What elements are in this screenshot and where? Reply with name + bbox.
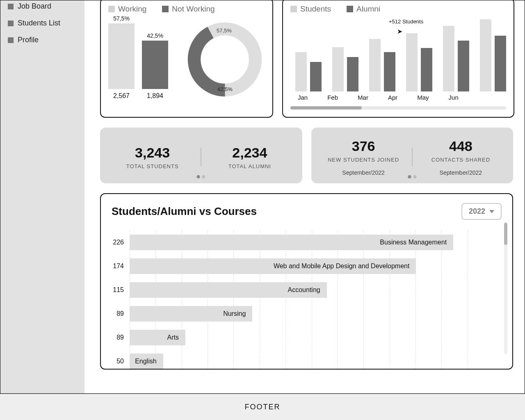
bar-pct: 57,5% <box>108 15 135 22</box>
stat-value: 448 <box>413 138 509 154</box>
sidebar-item-job-board[interactable]: Job Board <box>8 0 77 15</box>
stat-value: 376 <box>315 138 412 154</box>
cursor-icon: ➤ <box>397 27 402 35</box>
course-value: 89 <box>109 334 124 341</box>
sidebar-item-label: Job Board <box>18 2 51 11</box>
legend-label: Students <box>300 5 331 13</box>
bar-students <box>443 26 454 91</box>
courses-card: Students/Alumni vs Courses 2022 226 Busi… <box>100 193 513 370</box>
bar-value: 1,894 <box>142 92 168 100</box>
bar-students <box>295 52 307 91</box>
courses-chart: 226 Business Management174 Web and Mobil… <box>112 231 502 370</box>
working-legend: Working Not Working <box>108 5 265 14</box>
monthly-legend: Students Alumni <box>290 5 506 14</box>
month-label: Jan <box>298 94 308 101</box>
bar-pct: 42,5% <box>142 32 168 39</box>
legend-swatch-alumni <box>347 6 353 12</box>
monthly-scrollbar[interactable] <box>290 106 506 110</box>
stat-total-alumni: 2,234 TOTAL ALUMNI <box>201 145 298 169</box>
bar-students <box>332 47 344 91</box>
footer-text: FOOTER <box>245 403 281 411</box>
bar-alumni <box>421 48 432 91</box>
donut-pct-notworking: 42,5% <box>217 86 233 92</box>
square-icon <box>8 37 14 43</box>
bar-students <box>480 19 491 91</box>
course-bar: Web and Mobile App Design and Developmen… <box>130 258 416 274</box>
working-bars: 57,5% 2,56742,5% 1,894 <box>108 18 168 100</box>
chart-grid <box>130 231 493 370</box>
working-donut: 57,5% 42,5% <box>185 19 265 100</box>
bar-students <box>369 39 381 91</box>
dot[interactable] <box>408 175 411 178</box>
bar-value: 2,567 <box>108 92 135 100</box>
bar-alumni <box>495 36 506 91</box>
scrollbar-thumb[interactable] <box>290 106 362 110</box>
donut-pct-working: 57,5% <box>217 27 232 34</box>
stat-label: TOTAL STUDENTS <box>104 163 201 169</box>
legend-label: Not Working <box>172 5 215 13</box>
bar-alumni <box>347 57 358 91</box>
course-value: 226 <box>109 239 124 246</box>
course-bar: Accounting <box>130 282 327 298</box>
course-value: 50 <box>109 358 124 365</box>
main-content: Working Not Working 57,5% 2,56742,5% 1,8… <box>84 0 525 393</box>
month-pair <box>480 19 506 91</box>
working-bar: 57,5% 2,567 <box>108 15 135 100</box>
month-pair <box>295 52 322 91</box>
month-pair <box>406 33 432 91</box>
square-icon <box>8 21 14 26</box>
stat-date: September/2022 <box>315 169 412 176</box>
courses-title: Students/Alumni vs Courses <box>112 205 257 218</box>
sidebar-item-label: Students List <box>18 19 60 27</box>
month-label: Mar <box>358 94 368 101</box>
legend-swatch-notworking <box>162 6 169 12</box>
pager-dots[interactable] <box>408 175 416 178</box>
stats-card-monthly: 376 NEW STUDENTS JOINED September/2022 4… <box>311 128 514 183</box>
working-bar: 42,5% 1,894 <box>142 32 168 100</box>
month-pair <box>369 39 395 91</box>
dot[interactable] <box>413 175 416 178</box>
legend-swatch-students <box>290 6 297 12</box>
year-select[interactable]: 2022 <box>461 203 502 220</box>
courses-scrollbar[interactable] <box>504 223 507 354</box>
month-label: May <box>417 94 429 101</box>
year-value: 2022 <box>469 207 485 216</box>
stat-value: 2,234 <box>201 145 298 161</box>
bar-rect <box>142 41 168 89</box>
scrollbar-thumb[interactable] <box>504 223 507 245</box>
legend-label: Alumni <box>356 5 380 13</box>
monthly-chart: +512 Students ➤ JanFebMarAprMayJun <box>290 18 506 104</box>
course-value: 89 <box>109 310 124 317</box>
course-bar: Nursing <box>130 306 252 322</box>
stat-label: CONTACTS SHARED <box>413 157 509 163</box>
pager-dots[interactable] <box>197 175 205 178</box>
bar-alumni <box>310 62 322 91</box>
stat-total-students: 3,243 TOTAL STUDENTS <box>104 145 201 169</box>
bar-alumni <box>458 41 469 91</box>
stat-label: NEW STUDENTS JOINED <box>315 157 412 163</box>
course-bar: Business Management <box>130 235 453 250</box>
month-label: Jun <box>449 94 459 101</box>
working-card: Working Not Working 57,5% 2,56742,5% 1,8… <box>100 0 273 118</box>
sidebar-item-students-list[interactable]: Students List <box>8 15 77 32</box>
dot[interactable] <box>202 175 205 178</box>
bar-rect <box>108 23 135 89</box>
sidebar: Job Board Students List Profile <box>0 0 84 393</box>
stat-new-students: 376 NEW STUDENTS JOINED September/2022 <box>315 138 412 176</box>
dot[interactable] <box>197 175 200 178</box>
square-icon <box>8 4 14 9</box>
course-bar: Arts <box>130 330 185 345</box>
monthly-tooltip: +512 Students <box>389 18 423 25</box>
footer: FOOTER <box>0 394 525 420</box>
course-value: 115 <box>109 286 124 294</box>
bar-alumni <box>384 52 395 91</box>
bar-students <box>406 33 418 91</box>
sidebar-item-label: Profile <box>18 36 39 44</box>
stat-date: September/2022 <box>413 169 509 176</box>
monthly-card: Students Alumni +512 Students ➤ <box>282 0 514 118</box>
month-pair <box>332 47 358 91</box>
stat-contacts-shared: 448 CONTACTS SHARED September/2022 <box>413 138 509 176</box>
stat-label: TOTAL ALUMNI <box>201 163 298 169</box>
sidebar-item-profile[interactable]: Profile <box>8 32 77 48</box>
month-label: Apr <box>388 94 397 101</box>
